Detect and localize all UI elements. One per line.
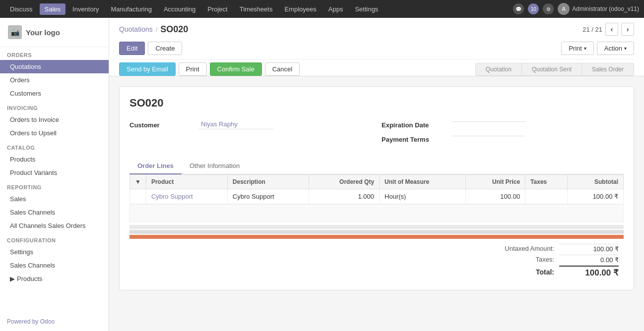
content-area: Quotations / SO020 21 / 21 ‹ › Edit Crea… [109, 18, 644, 331]
status-steps: Quotation Quotation Sent Sales Order [476, 63, 634, 76]
page-header: Quotations / SO020 21 / 21 ‹ › Edit Crea… [109, 18, 644, 76]
user-label: Administrator (odoo_v11) [572, 5, 639, 12]
nav-item-discuss[interactable]: Discuss [5, 3, 38, 15]
nav-item-apps[interactable]: Apps [323, 3, 348, 15]
sidebar-section-orders: Orders [0, 47, 109, 60]
sidebar-item-quotations[interactable]: Quotations [0, 60, 109, 73]
create-button[interactable]: Create [148, 42, 182, 55]
sidebar-item-orders-to-invoice[interactable]: Orders to Invoice [0, 113, 109, 126]
top-navbar: Discuss Sales Inventory Manufacturing Ac… [0, 0, 644, 18]
col-unit-price: Unit Price [465, 175, 525, 189]
customer-label: Customer [129, 119, 199, 129]
sidebar-item-all-channels-sales-orders[interactable]: All Channels Sales Orders [0, 219, 109, 232]
gray-bar-1 [129, 225, 624, 229]
settings-gear-icon[interactable]: ⚙ [543, 3, 554, 14]
status-step-sales-order[interactable]: Sales Order [581, 63, 634, 76]
row-description: Cybro Support [227, 189, 309, 204]
sidebar-section-invoicing: Invoicing [0, 100, 109, 113]
col-arrow: ▼ [130, 175, 146, 189]
breadcrumb-parent[interactable]: Quotations [119, 25, 153, 33]
sidebar-item-products[interactable]: Products [0, 153, 109, 166]
tabs: Order Lines Other Information [129, 158, 624, 174]
row-uom: Hour(s) [380, 189, 466, 204]
pagination-next-button[interactable]: › [621, 23, 634, 36]
nav-item-project[interactable]: Project [202, 3, 232, 15]
total-label: Total: [480, 268, 559, 276]
sidebar-item-orders[interactable]: Orders [0, 73, 109, 87]
action-button[interactable]: Action ▾ [597, 42, 634, 55]
expiration-date-field: Expiration Date [382, 119, 624, 129]
col-subtotal: Subtotal [567, 175, 623, 189]
customer-field: Customer Niyas Raphy [129, 119, 372, 129]
logo-icon: 📷 [8, 25, 22, 39]
pagination-prev-button[interactable]: ‹ [605, 23, 618, 36]
sidebar-item-customers[interactable]: Customers [0, 87, 109, 100]
taxes-label: Taxes: [480, 256, 559, 263]
col-taxes: Taxes [525, 175, 568, 189]
sidebar-item-orders-to-upsell[interactable]: Orders to Upsell [0, 126, 109, 140]
col-description: Description [227, 175, 309, 189]
logo-text: Your logo [26, 28, 60, 37]
table-row: Cybro Support Cybro Support 1.000 Hour(s… [130, 189, 624, 204]
print-dropdown-arrow: ▾ [584, 46, 586, 51]
payment-terms-label: Payment Terms [382, 134, 451, 143]
form-col-left: Customer Niyas Raphy [129, 119, 372, 148]
form-title: SO020 [129, 97, 624, 110]
gray-bar-2 [129, 230, 624, 234]
orange-bar [129, 235, 624, 239]
confirm-sale-button[interactable]: Confirm Sale [210, 62, 262, 76]
sidebar-item-sales[interactable]: Sales [0, 192, 109, 206]
sidebar-section-configuration: Configuration [0, 232, 109, 245]
status-step-quotation-sent[interactable]: Quotation Sent [521, 63, 582, 76]
nav-item-settings[interactable]: Settings [350, 3, 383, 15]
untaxed-amount-label: Untaxed Amount: [480, 245, 559, 252]
cancel-button[interactable]: Cancel [265, 62, 300, 76]
sidebar: 📷 Your logo Orders Quotations Orders Cus… [0, 18, 109, 331]
order-lines-table: ▼ Product Description Ordered Qty Unit o… [129, 174, 624, 204]
tab-other-info[interactable]: Other Information [182, 158, 248, 174]
tab-order-lines[interactable]: Order Lines [129, 158, 182, 174]
row-product[interactable]: Cybro Support [146, 189, 227, 204]
pagination-info: 21 / 21 [582, 26, 602, 33]
form-container: SO020 Customer Niyas Raphy Expiration Da… [119, 86, 634, 290]
chat-icon[interactable]: 💬 [513, 3, 524, 14]
total-value: 100.00 ₹ [559, 266, 619, 278]
nav-item-employees[interactable]: Employees [279, 3, 321, 15]
print-action-button[interactable]: Print [179, 62, 207, 76]
nav-item-inventory[interactable]: Inventory [67, 3, 104, 15]
sidebar-logo: 📷 Your logo [0, 18, 109, 47]
payment-terms-field: Payment Terms [382, 134, 624, 143]
row-unit-price: 100.00 [465, 189, 525, 204]
notification-icon[interactable]: 10 [528, 3, 539, 14]
row-arrow [130, 189, 146, 204]
nav-item-accounting[interactable]: Accounting [159, 3, 200, 15]
nav-item-timesheets[interactable]: Timesheets [235, 3, 278, 15]
customer-value[interactable]: Niyas Raphy [199, 119, 273, 129]
sidebar-item-config-sales-channels[interactable]: Sales Channels [0, 259, 109, 272]
status-bar: Send by Email Print Confirm Sale Cancel … [119, 59, 634, 76]
taxes-row: Taxes: 0.00 ₹ [480, 255, 619, 264]
user-menu[interactable]: A Administrator (odoo_v11) [558, 3, 639, 15]
status-step-quotation[interactable]: Quotation [475, 63, 522, 76]
expiration-date-value[interactable] [451, 119, 525, 122]
col-uom: Unit of Measure [380, 175, 466, 189]
taxes-value: 0.00 ₹ [559, 255, 619, 264]
avatar: A [558, 3, 570, 15]
sidebar-item-product-variants[interactable]: Product Variants [0, 166, 109, 179]
sidebar-item-config-settings[interactable]: Settings [0, 245, 109, 259]
edit-button[interactable]: Edit [119, 42, 145, 55]
print-button[interactable]: Print ▾ [561, 42, 594, 55]
sidebar-section-reporting: Reporting [0, 179, 109, 192]
grand-total-row: Total: 100.00 ₹ [480, 266, 619, 278]
sidebar-item-sales-channels[interactable]: Sales Channels [0, 206, 109, 219]
breadcrumb: Quotations / SO020 21 / 21 ‹ › [119, 18, 634, 39]
totals-section: Untaxed Amount: 100.00 ₹ Taxes: 0.00 ₹ T… [129, 244, 624, 280]
row-subtotal: 100.00 ₹ [567, 189, 623, 204]
payment-terms-value[interactable] [451, 134, 525, 136]
nav-item-sales[interactable]: Sales [40, 3, 66, 15]
expiration-date-label: Expiration Date [382, 119, 451, 129]
sidebar-item-config-products[interactable]: ▶ Products [0, 272, 109, 285]
nav-item-manufacturing[interactable]: Manufacturing [106, 3, 157, 15]
breadcrumb-separator: / [156, 26, 158, 33]
send-by-email-button[interactable]: Send by Email [119, 62, 176, 76]
